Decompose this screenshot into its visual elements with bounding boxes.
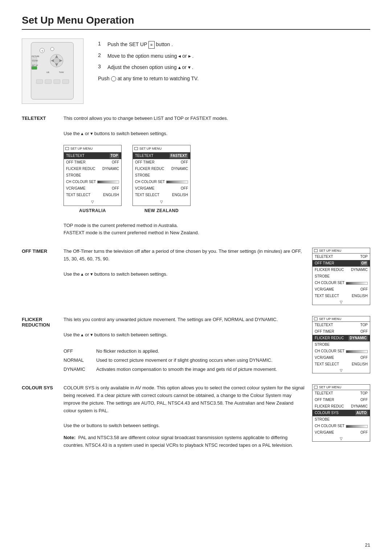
step-1-num: 1 bbox=[98, 41, 104, 46]
menu-val: OFF bbox=[360, 355, 368, 360]
svg-point-16 bbox=[54, 58, 60, 64]
teletext-menus: SET UP MENU TELETEXT TOP OFF TIMER OFF F… bbox=[64, 145, 370, 214]
flicker-sub-off: OFF No flicker reduction is applied. bbox=[64, 348, 305, 355]
menu-label: FLICKER REDUC bbox=[315, 404, 344, 409]
menu-icon bbox=[65, 147, 69, 150]
flicker-label-line2: REDUCTION bbox=[22, 322, 50, 328]
step-2-text: Move to the option menu using ◂ or ▸ . bbox=[107, 52, 193, 60]
menu-label: VCR/GAME bbox=[66, 186, 85, 191]
steps-col: 1 Push the SET UP ≡ button . 2 Move to t… bbox=[98, 39, 370, 82]
flicker-off-desc: No flicker reduction is applied. bbox=[96, 348, 159, 355]
page-title: Set Up Menu Operation bbox=[22, 15, 370, 30]
remote-control-image: Panasonic ① PICTURE SOUND SET UP U/E TV/… bbox=[22, 39, 83, 104]
flicker-sub-normal: NORMAL Used to correct picture movement … bbox=[64, 357, 305, 364]
nz-caption: NEW ZEALAND bbox=[144, 207, 179, 214]
flicker-body1: This lets you control any unwanted pictu… bbox=[64, 316, 305, 324]
teletext-content: This control allows you to change betwee… bbox=[64, 115, 370, 237]
menu-row-offtimer: OFF TIMER OFF bbox=[313, 328, 370, 335]
off-timer-body2: Use the ▴ or ▾ buttons to switch between… bbox=[64, 271, 305, 278]
colour-sys-body2: Use the or buttons to switch between set… bbox=[64, 422, 305, 430]
menu-val: ENGLISH bbox=[352, 362, 368, 367]
menu-val bbox=[346, 424, 368, 429]
menu-label: TELETEXT bbox=[315, 391, 333, 396]
svg-rect-22 bbox=[62, 80, 69, 84]
menu-val: ENGLISH bbox=[103, 193, 119, 198]
flicker-normal-label: NORMAL bbox=[64, 357, 89, 364]
menu-label: STROBE bbox=[135, 173, 150, 178]
step-3: 3 Adjust the chosen option using ▴ or ▾ … bbox=[98, 64, 370, 71]
flicker-dynamic-desc: Activates motion compensation to smooth … bbox=[96, 366, 277, 373]
menu-label: STROBE bbox=[315, 342, 330, 347]
menu-row-offtimer: OFF TIMER OFF bbox=[313, 397, 370, 403]
menu-label: FLICKER REDUC bbox=[135, 166, 164, 171]
step-2-num: 2 bbox=[98, 52, 104, 58]
svg-rect-19 bbox=[36, 80, 43, 84]
off-timer-body1: The Off-Timer turns the television off a… bbox=[64, 248, 305, 263]
colour-sys-section: COLOUR SYS COLOUR SYS is only available … bbox=[22, 384, 370, 449]
menu-label: FLICKER REDUC bbox=[315, 336, 344, 341]
setup-menu-header-nz: SET UP MENU bbox=[133, 145, 190, 152]
menu-row-chcolour-aus: CH COLOUR SET bbox=[64, 179, 121, 185]
menu-row-colour: COLOUR SYS AUTO bbox=[313, 410, 370, 416]
menu-row-textselect-aus: TEXT SELECT ENGLISH bbox=[64, 192, 121, 198]
note-text: PAL and NTSC3.58 are different colour si… bbox=[64, 435, 293, 448]
menu-val: Off bbox=[360, 261, 368, 266]
menu-val: TOP bbox=[360, 391, 368, 396]
flicker-content: This lets you control any unwanted pictu… bbox=[64, 316, 305, 373]
setup-menu-box-nz: SET UP MENU TELETEXT FASTEXT OFF TIMER O… bbox=[132, 145, 191, 206]
menu-val: OFF bbox=[112, 160, 119, 165]
menu-label: FLICKER REDUC bbox=[315, 267, 344, 272]
menu-label: VCR/GAME bbox=[315, 430, 334, 435]
menu-row-vcr-nz: VCR/GAME OFF bbox=[133, 185, 190, 192]
menu-label: TELETEXT bbox=[135, 153, 154, 158]
flicker-label: FLICKER REDUCTION bbox=[22, 316, 56, 328]
menu-australia: SET UP MENU TELETEXT TOP OFF TIMER OFF F… bbox=[64, 145, 122, 214]
menu-row-flicker: FLICKER REDUC DYNAMIC bbox=[313, 267, 370, 273]
svg-rect-6 bbox=[32, 57, 37, 59]
menu-label: STROBE bbox=[315, 274, 330, 279]
colour-sys-label: COLOUR SYS bbox=[22, 384, 56, 390]
menu-label: OFF TIMER bbox=[315, 329, 334, 334]
menu-label: COLOUR SYS bbox=[315, 410, 339, 416]
menu-row-strobe: STROBE bbox=[313, 273, 370, 280]
svg-rect-20 bbox=[45, 80, 52, 84]
menu-row-strobe: STROBE bbox=[313, 341, 370, 348]
menu-val: ENGLISH bbox=[352, 293, 368, 299]
flicker-menu: SET UP MENU TELETEXT TOP OFF TIMER OFF F… bbox=[312, 316, 370, 373]
off-timer-menu: SET UP MENU TELETEXT TOP OFF TIMER Off F… bbox=[312, 248, 370, 305]
menu-val bbox=[97, 179, 119, 185]
off-timer-label: OFF TIMER bbox=[22, 248, 56, 254]
setup-menu-box-offtimer: SET UP MENU TELETEXT TOP OFF TIMER Off F… bbox=[312, 248, 370, 305]
menu-label: CH COLOUR SET bbox=[315, 424, 344, 429]
menu-arrow-aus: ▽ bbox=[64, 198, 121, 206]
menu-label: OFF TIMER bbox=[315, 261, 334, 266]
menu-label: OFF TIMER bbox=[135, 160, 155, 165]
colour-sys-body1: COLOUR SYS is only available in AV mode.… bbox=[64, 384, 305, 414]
menu-label: STROBE bbox=[315, 417, 330, 422]
menu-val: FASTEXT bbox=[170, 153, 188, 158]
menu-label: VCR/GAME bbox=[315, 355, 334, 360]
menu-icon bbox=[314, 249, 318, 252]
setup-menu-header-aus: SET UP MENU bbox=[64, 145, 121, 152]
menu-label: CH COLOUR SET bbox=[135, 179, 165, 185]
menu-row-teletext-aus: TELETEXT TOP bbox=[64, 153, 121, 159]
push-note: Push at any time to return to watching T… bbox=[98, 75, 370, 82]
note-label: Note: bbox=[64, 435, 75, 440]
menu-row-textselect: TEXT SELECT ENGLISH bbox=[313, 293, 370, 299]
flicker-section: FLICKER REDUCTION This lets you control … bbox=[22, 316, 370, 373]
off-timer-section: OFF TIMER The Off-Timer turns the televi… bbox=[22, 248, 370, 305]
menu-val: AUTO bbox=[355, 410, 368, 416]
menu-label: TELETEXT bbox=[315, 254, 333, 259]
menu-row-textselect: TEXT SELECT ENGLISH bbox=[313, 361, 370, 368]
menu-newzealand: SET UP MENU TELETEXT FASTEXT OFF TIMER O… bbox=[132, 145, 191, 214]
intro-section: Panasonic ① PICTURE SOUND SET UP U/E TV/… bbox=[22, 39, 370, 104]
off-timer-content: The Off-Timer turns the television off a… bbox=[64, 248, 305, 278]
flicker-off-label: OFF bbox=[64, 348, 89, 355]
menu-row-teletext-nz: TELETEXT FASTEXT bbox=[133, 153, 190, 159]
menu-row-vcr-aus: VCR/GAME OFF bbox=[64, 185, 121, 192]
menu-row-flicker: FLICKER REDUC DYNAMIC bbox=[313, 335, 370, 341]
menu-val: DYNAMIC bbox=[351, 404, 368, 409]
menu-val: DYNAMIC bbox=[171, 166, 188, 171]
menu-val: OFF bbox=[360, 287, 368, 292]
menu-row-teletext: TELETEXT TOP bbox=[313, 390, 370, 397]
